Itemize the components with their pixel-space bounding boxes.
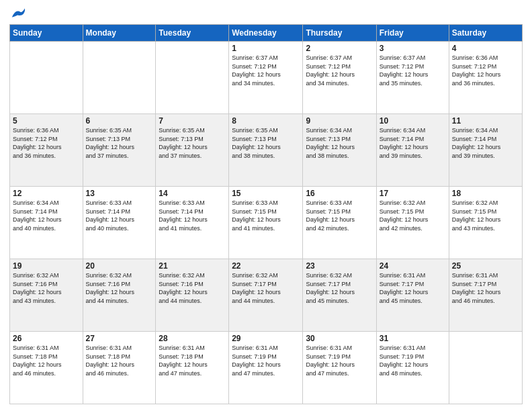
calendar-day-cell: 15Sunrise: 6:33 AM Sunset: 7:15 PM Dayli…	[229, 187, 303, 259]
calendar-day-cell: 8Sunrise: 6:35 AM Sunset: 7:13 PM Daylig…	[229, 114, 303, 187]
day-info: Sunrise: 6:34 AM Sunset: 7:14 PM Dayligh…	[452, 126, 519, 160]
day-number: 22	[232, 261, 300, 271]
day-number: 10	[380, 116, 446, 126]
calendar-week-row: 12Sunrise: 6:34 AM Sunset: 7:14 PM Dayli…	[10, 187, 523, 259]
day-info: Sunrise: 6:37 AM Sunset: 7:12 PM Dayligh…	[306, 54, 373, 87]
day-info: Sunrise: 6:34 AM Sunset: 7:14 PM Dayligh…	[380, 126, 446, 160]
day-number: 19	[13, 261, 80, 271]
calendar-day-cell: 31Sunrise: 6:31 AM Sunset: 7:19 PM Dayli…	[376, 332, 449, 404]
day-info: Sunrise: 6:33 AM Sunset: 7:15 PM Dayligh…	[306, 199, 373, 232]
day-info: Sunrise: 6:37 AM Sunset: 7:12 PM Dayligh…	[232, 54, 300, 87]
day-info: Sunrise: 6:35 AM Sunset: 7:13 PM Dayligh…	[86, 126, 153, 160]
page: SundayMondayTuesdayWednesdayThursdayFrid…	[0, 0, 532, 411]
day-info: Sunrise: 6:31 AM Sunset: 7:17 PM Dayligh…	[452, 271, 519, 305]
calendar-week-row: 19Sunrise: 6:32 AM Sunset: 7:16 PM Dayli…	[10, 259, 523, 332]
calendar-day-header: Saturday	[449, 25, 522, 42]
calendar-day-cell: 6Sunrise: 6:35 AM Sunset: 7:13 PM Daylig…	[83, 114, 156, 187]
calendar-day-header: Friday	[376, 25, 449, 42]
day-info: Sunrise: 6:33 AM Sunset: 7:14 PM Dayligh…	[86, 199, 153, 232]
day-number: 24	[380, 261, 446, 271]
day-number: 11	[452, 116, 519, 126]
day-number: 26	[13, 334, 80, 343]
calendar-day-cell	[10, 42, 83, 114]
day-number: 9	[306, 116, 373, 126]
calendar-week-row: 1Sunrise: 6:37 AM Sunset: 7:12 PM Daylig…	[10, 42, 523, 114]
day-info: Sunrise: 6:31 AM Sunset: 7:17 PM Dayligh…	[380, 271, 446, 305]
calendar-day-cell: 17Sunrise: 6:32 AM Sunset: 7:15 PM Dayli…	[376, 187, 449, 259]
calendar: SundayMondayTuesdayWednesdayThursdayFrid…	[9, 24, 523, 404]
day-number: 17	[380, 189, 446, 198]
logo	[9, 7, 27, 19]
day-info: Sunrise: 6:31 AM Sunset: 7:19 PM Dayligh…	[232, 344, 300, 377]
day-info: Sunrise: 6:31 AM Sunset: 7:18 PM Dayligh…	[159, 344, 226, 377]
calendar-day-cell: 3Sunrise: 6:37 AM Sunset: 7:12 PM Daylig…	[376, 42, 449, 114]
calendar-day-header: Monday	[83, 25, 156, 42]
day-info: Sunrise: 6:32 AM Sunset: 7:17 PM Dayligh…	[232, 271, 300, 305]
day-info: Sunrise: 6:35 AM Sunset: 7:13 PM Dayligh…	[159, 126, 226, 160]
calendar-day-cell: 12Sunrise: 6:34 AM Sunset: 7:14 PM Dayli…	[10, 187, 83, 259]
calendar-day-cell: 20Sunrise: 6:32 AM Sunset: 7:16 PM Dayli…	[83, 259, 156, 332]
calendar-day-cell	[156, 42, 229, 114]
day-info: Sunrise: 6:32 AM Sunset: 7:17 PM Dayligh…	[306, 271, 373, 305]
day-number: 28	[159, 334, 226, 343]
day-number: 14	[159, 189, 226, 198]
calendar-day-cell: 21Sunrise: 6:32 AM Sunset: 7:16 PM Dayli…	[156, 259, 229, 332]
calendar-day-cell: 30Sunrise: 6:31 AM Sunset: 7:19 PM Dayli…	[303, 332, 376, 404]
day-info: Sunrise: 6:36 AM Sunset: 7:12 PM Dayligh…	[452, 54, 519, 87]
calendar-day-cell: 22Sunrise: 6:32 AM Sunset: 7:17 PM Dayli…	[229, 259, 303, 332]
calendar-day-cell: 9Sunrise: 6:34 AM Sunset: 7:13 PM Daylig…	[303, 114, 376, 187]
day-number: 20	[86, 261, 153, 271]
day-info: Sunrise: 6:37 AM Sunset: 7:12 PM Dayligh…	[380, 54, 446, 87]
calendar-day-cell: 25Sunrise: 6:31 AM Sunset: 7:17 PM Dayli…	[449, 259, 522, 332]
day-info: Sunrise: 6:32 AM Sunset: 7:16 PM Dayligh…	[13, 271, 80, 305]
day-info: Sunrise: 6:33 AM Sunset: 7:14 PM Dayligh…	[159, 199, 226, 232]
day-number: 4	[452, 44, 519, 53]
day-number: 15	[232, 189, 300, 198]
day-info: Sunrise: 6:34 AM Sunset: 7:14 PM Dayligh…	[13, 199, 80, 232]
day-info: Sunrise: 6:32 AM Sunset: 7:15 PM Dayligh…	[380, 199, 446, 232]
day-info: Sunrise: 6:32 AM Sunset: 7:16 PM Dayligh…	[86, 271, 153, 305]
calendar-day-cell: 18Sunrise: 6:32 AM Sunset: 7:15 PM Dayli…	[449, 187, 522, 259]
calendar-day-cell: 24Sunrise: 6:31 AM Sunset: 7:17 PM Dayli…	[376, 259, 449, 332]
calendar-day-cell: 19Sunrise: 6:32 AM Sunset: 7:16 PM Dayli…	[10, 259, 83, 332]
day-info: Sunrise: 6:31 AM Sunset: 7:18 PM Dayligh…	[13, 344, 80, 377]
calendar-day-cell: 28Sunrise: 6:31 AM Sunset: 7:18 PM Dayli…	[156, 332, 229, 404]
day-info: Sunrise: 6:32 AM Sunset: 7:16 PM Dayligh…	[159, 271, 226, 305]
calendar-day-cell: 27Sunrise: 6:31 AM Sunset: 7:18 PM Dayli…	[83, 332, 156, 404]
day-number: 13	[86, 189, 153, 198]
day-info: Sunrise: 6:31 AM Sunset: 7:19 PM Dayligh…	[380, 344, 446, 377]
day-number: 7	[159, 116, 226, 126]
calendar-day-header: Wednesday	[229, 25, 303, 42]
day-info: Sunrise: 6:35 AM Sunset: 7:13 PM Dayligh…	[232, 126, 300, 160]
day-number: 5	[13, 116, 80, 126]
day-number: 16	[306, 189, 373, 198]
calendar-day-cell: 23Sunrise: 6:32 AM Sunset: 7:17 PM Dayli…	[303, 259, 376, 332]
day-number: 25	[452, 261, 519, 271]
day-number: 31	[380, 334, 446, 343]
calendar-day-cell	[449, 332, 522, 404]
logo-bird-icon	[11, 7, 27, 19]
day-number: 29	[232, 334, 300, 343]
calendar-day-cell: 16Sunrise: 6:33 AM Sunset: 7:15 PM Dayli…	[303, 187, 376, 259]
day-info: Sunrise: 6:33 AM Sunset: 7:15 PM Dayligh…	[232, 199, 300, 232]
calendar-day-cell: 14Sunrise: 6:33 AM Sunset: 7:14 PM Dayli…	[156, 187, 229, 259]
day-number: 27	[86, 334, 153, 343]
calendar-day-header: Thursday	[303, 25, 376, 42]
day-number: 30	[306, 334, 373, 343]
day-info: Sunrise: 6:32 AM Sunset: 7:15 PM Dayligh…	[452, 199, 519, 232]
day-number: 21	[159, 261, 226, 271]
day-number: 6	[86, 116, 153, 126]
header	[9, 7, 523, 19]
day-number: 2	[306, 44, 373, 53]
day-number: 18	[452, 189, 519, 198]
calendar-day-cell: 26Sunrise: 6:31 AM Sunset: 7:18 PM Dayli…	[10, 332, 83, 404]
day-info: Sunrise: 6:36 AM Sunset: 7:12 PM Dayligh…	[13, 126, 80, 160]
calendar-day-cell: 2Sunrise: 6:37 AM Sunset: 7:12 PM Daylig…	[303, 42, 376, 114]
day-info: Sunrise: 6:34 AM Sunset: 7:13 PM Dayligh…	[306, 126, 373, 160]
day-number: 12	[13, 189, 80, 198]
calendar-day-cell: 4Sunrise: 6:36 AM Sunset: 7:12 PM Daylig…	[449, 42, 522, 114]
calendar-day-cell: 13Sunrise: 6:33 AM Sunset: 7:14 PM Dayli…	[83, 187, 156, 259]
calendar-week-row: 5Sunrise: 6:36 AM Sunset: 7:12 PM Daylig…	[10, 114, 523, 187]
day-number: 1	[232, 44, 300, 53]
calendar-day-cell: 29Sunrise: 6:31 AM Sunset: 7:19 PM Dayli…	[229, 332, 303, 404]
